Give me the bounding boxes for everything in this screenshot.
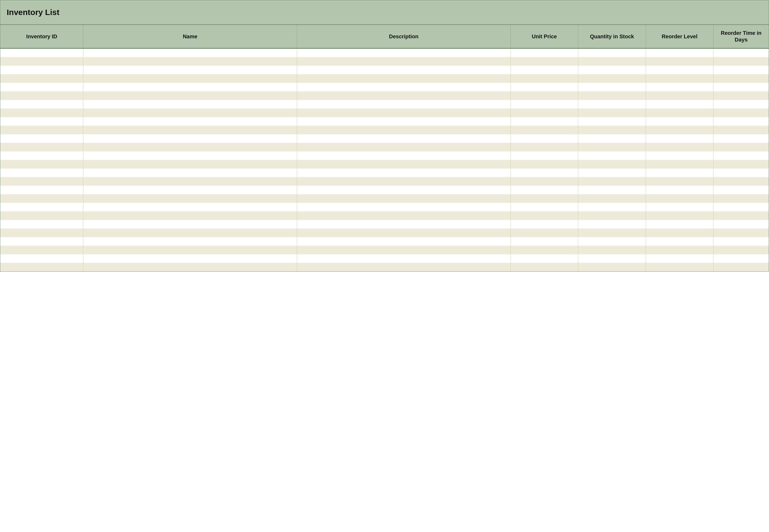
table-cell[interactable]	[646, 57, 713, 66]
table-cell[interactable]	[510, 254, 578, 263]
table-cell[interactable]	[297, 48, 510, 57]
table-cell[interactable]	[297, 186, 510, 194]
table-row[interactable]	[0, 151, 769, 160]
table-cell[interactable]	[0, 83, 83, 91]
table-cell[interactable]	[83, 117, 297, 126]
table-cell[interactable]	[0, 177, 83, 186]
table-cell[interactable]	[713, 203, 769, 211]
table-row[interactable]	[0, 91, 769, 100]
table-cell[interactable]	[0, 48, 83, 57]
table-row[interactable]	[0, 100, 769, 108]
table-cell[interactable]	[297, 237, 510, 246]
table-cell[interactable]	[578, 263, 646, 271]
table-cell[interactable]	[578, 57, 646, 66]
table-cell[interactable]	[646, 263, 713, 271]
table-cell[interactable]	[646, 151, 713, 160]
table-cell[interactable]	[578, 168, 646, 177]
table-cell[interactable]	[510, 211, 578, 220]
table-cell[interactable]	[510, 246, 578, 254]
table-row[interactable]	[0, 177, 769, 186]
table-cell[interactable]	[578, 220, 646, 228]
table-cell[interactable]	[83, 263, 297, 271]
table-cell[interactable]	[83, 91, 297, 100]
table-cell[interactable]	[510, 74, 578, 83]
table-row[interactable]	[0, 168, 769, 177]
table-cell[interactable]	[510, 237, 578, 246]
table-row[interactable]	[0, 186, 769, 194]
table-cell[interactable]	[0, 237, 83, 246]
table-cell[interactable]	[0, 91, 83, 100]
table-cell[interactable]	[713, 177, 769, 186]
table-cell[interactable]	[297, 57, 510, 66]
table-cell[interactable]	[0, 263, 83, 271]
table-cell[interactable]	[297, 83, 510, 91]
table-cell[interactable]	[713, 134, 769, 143]
table-cell[interactable]	[578, 117, 646, 126]
table-cell[interactable]	[510, 151, 578, 160]
table-row[interactable]	[0, 203, 769, 211]
table-cell[interactable]	[578, 194, 646, 203]
table-cell[interactable]	[0, 203, 83, 211]
table-cell[interactable]	[0, 100, 83, 108]
table-row[interactable]	[0, 194, 769, 203]
table-cell[interactable]	[713, 263, 769, 271]
table-cell[interactable]	[0, 134, 83, 143]
table-cell[interactable]	[0, 74, 83, 83]
table-cell[interactable]	[578, 151, 646, 160]
table-cell[interactable]	[0, 228, 83, 237]
table-cell[interactable]	[297, 194, 510, 203]
table-row[interactable]	[0, 246, 769, 254]
table-cell[interactable]	[646, 246, 713, 254]
table-cell[interactable]	[578, 246, 646, 254]
table-cell[interactable]	[646, 177, 713, 186]
table-cell[interactable]	[297, 254, 510, 263]
table-cell[interactable]	[83, 48, 297, 57]
table-cell[interactable]	[0, 126, 83, 134]
table-cell[interactable]	[578, 66, 646, 74]
table-cell[interactable]	[578, 74, 646, 83]
table-cell[interactable]	[83, 66, 297, 74]
table-cell[interactable]	[646, 211, 713, 220]
table-row[interactable]	[0, 66, 769, 74]
table-cell[interactable]	[646, 48, 713, 57]
table-cell[interactable]	[578, 177, 646, 186]
table-cell[interactable]	[297, 228, 510, 237]
table-cell[interactable]	[578, 254, 646, 263]
table-cell[interactable]	[510, 91, 578, 100]
table-cell[interactable]	[646, 126, 713, 134]
table-cell[interactable]	[713, 160, 769, 168]
table-cell[interactable]	[578, 108, 646, 117]
table-cell[interactable]	[510, 168, 578, 177]
table-cell[interactable]	[297, 74, 510, 83]
table-cell[interactable]	[646, 228, 713, 237]
table-cell[interactable]	[510, 117, 578, 126]
table-cell[interactable]	[510, 160, 578, 168]
table-cell[interactable]	[0, 220, 83, 228]
table-row[interactable]	[0, 220, 769, 228]
table-cell[interactable]	[297, 108, 510, 117]
table-cell[interactable]	[578, 203, 646, 211]
table-cell[interactable]	[578, 91, 646, 100]
table-cell[interactable]	[83, 143, 297, 151]
table-cell[interactable]	[713, 168, 769, 177]
table-cell[interactable]	[646, 74, 713, 83]
table-cell[interactable]	[83, 83, 297, 91]
table-row[interactable]	[0, 134, 769, 143]
table-cell[interactable]	[0, 108, 83, 117]
table-row[interactable]	[0, 228, 769, 237]
table-row[interactable]	[0, 263, 769, 271]
table-cell[interactable]	[510, 134, 578, 143]
table-cell[interactable]	[578, 83, 646, 91]
table-cell[interactable]	[83, 108, 297, 117]
table-cell[interactable]	[297, 126, 510, 134]
table-row[interactable]	[0, 237, 769, 246]
table-row[interactable]	[0, 117, 769, 126]
table-cell[interactable]	[713, 220, 769, 228]
table-cell[interactable]	[646, 66, 713, 74]
table-cell[interactable]	[578, 100, 646, 108]
table-cell[interactable]	[510, 186, 578, 194]
table-cell[interactable]	[83, 211, 297, 220]
table-cell[interactable]	[0, 160, 83, 168]
table-cell[interactable]	[297, 100, 510, 108]
table-cell[interactable]	[510, 83, 578, 91]
